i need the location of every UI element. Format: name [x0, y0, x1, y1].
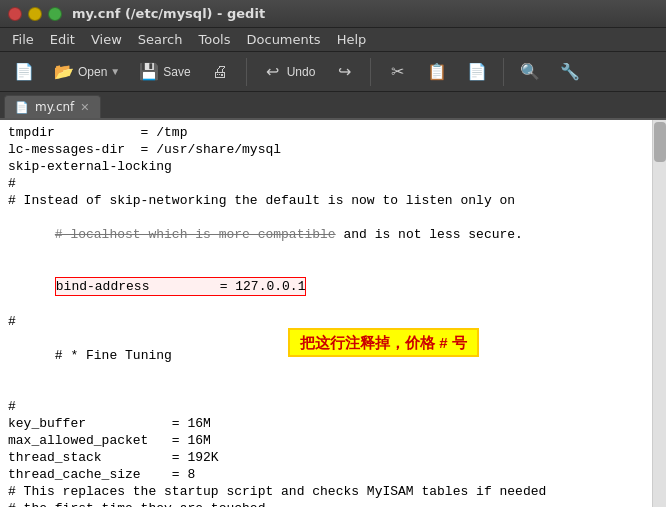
vertical-scrollbar[interactable]: [652, 120, 666, 507]
undo-button[interactable]: ↩ Undo: [255, 57, 323, 87]
menu-file[interactable]: File: [4, 30, 42, 49]
open-arrow-icon: ▼: [110, 66, 120, 77]
tab-close-icon[interactable]: ✕: [80, 101, 89, 114]
code-line: skip-external-locking: [8, 158, 644, 175]
scrollbar-thumb[interactable]: [654, 122, 666, 162]
search-icon: 🔍: [519, 61, 541, 83]
code-line-fine-tuning: # * Fine Tuning 把这行注释掉，价格 # 号: [8, 330, 644, 398]
menu-documents[interactable]: Documents: [239, 30, 329, 49]
window-controls[interactable]: [8, 7, 62, 21]
undo-label: Undo: [287, 65, 316, 79]
menu-view[interactable]: View: [83, 30, 130, 49]
code-area[interactable]: tmpdir = /tmp lc-messages-dir = /usr/sha…: [0, 120, 652, 507]
save-label: Save: [163, 65, 190, 79]
menu-search[interactable]: Search: [130, 30, 191, 49]
code-line: key_buffer = 16M: [8, 415, 644, 432]
editor: tmpdir = /tmp lc-messages-dir = /usr/sha…: [0, 120, 666, 507]
print-icon: 🖨: [209, 61, 231, 83]
tabbar: 📄 my.cnf ✕: [0, 92, 666, 120]
code-line: thread_cache_size = 8: [8, 466, 644, 483]
save-icon: 💾: [138, 61, 160, 83]
strikethrough-text: # localhost which is more compatible: [55, 227, 336, 242]
open-label: Open: [78, 65, 107, 79]
code-line-strikethrough: # localhost which is more compatible and…: [8, 209, 644, 260]
code-line: tmpdir = /tmp: [8, 124, 644, 141]
copy-button[interactable]: 📋: [419, 57, 455, 87]
separator-3: [503, 58, 504, 86]
paste-icon: 📄: [466, 61, 488, 83]
menu-edit[interactable]: Edit: [42, 30, 83, 49]
file-icon: 📄: [15, 101, 29, 114]
close-button[interactable]: [8, 7, 22, 21]
window-title: my.cnf (/etc/mysql) - gedit: [72, 6, 265, 21]
code-line: thread_stack = 192K: [8, 449, 644, 466]
normal-text: and is not less secure.: [336, 227, 523, 242]
paste-button[interactable]: 📄: [459, 57, 495, 87]
tools-icon: 🔧: [559, 61, 581, 83]
annotation-box: 把这行注释掉，价格 # 号: [288, 328, 479, 357]
menu-help[interactable]: Help: [329, 30, 375, 49]
titlebar: my.cnf (/etc/mysql) - gedit: [0, 0, 666, 28]
cut-button[interactable]: ✂: [379, 57, 415, 87]
open-icon: 📂: [53, 61, 75, 83]
menu-tools[interactable]: Tools: [190, 30, 238, 49]
redo-button[interactable]: ↪: [326, 57, 362, 87]
open-button[interactable]: 📂 Open ▼: [46, 57, 127, 87]
copy-icon: 📋: [426, 61, 448, 83]
new-icon: 📄: [13, 61, 35, 83]
tools2-button[interactable]: 🔧: [552, 57, 588, 87]
code-line: #: [8, 175, 644, 192]
minimize-button[interactable]: [28, 7, 42, 21]
save-button[interactable]: 💾 Save: [131, 57, 197, 87]
code-line: # Instead of skip-networking the default…: [8, 192, 644, 209]
find-button[interactable]: 🔍: [512, 57, 548, 87]
cut-icon: ✂: [386, 61, 408, 83]
redo-icon: ↪: [333, 61, 355, 83]
code-line: max_allowed_packet = 16M: [8, 432, 644, 449]
maximize-button[interactable]: [48, 7, 62, 21]
code-line: # This replaces the startup script and c…: [8, 483, 644, 500]
toolbar: 📄 📂 Open ▼ 💾 Save 🖨 ↩ Undo ↪ ✂ 📋 📄 🔍 🔧: [0, 52, 666, 92]
menubar: File Edit View Search Tools Documents He…: [0, 28, 666, 52]
highlighted-bind-address: bind-address = 127.0.0.1: [55, 277, 307, 296]
new-button[interactable]: 📄: [6, 57, 42, 87]
code-line: #: [8, 398, 644, 415]
undo-icon: ↩: [262, 61, 284, 83]
code-line: # the first time they are touched: [8, 500, 644, 507]
tab-label: my.cnf: [35, 100, 74, 114]
code-line-highlighted: bind-address = 127.0.0.1: [8, 260, 644, 313]
code-line: lc-messages-dir = /usr/share/mysql: [8, 141, 644, 158]
separator-2: [370, 58, 371, 86]
print-button[interactable]: 🖨: [202, 57, 238, 87]
separator-1: [246, 58, 247, 86]
tab-mycnf[interactable]: 📄 my.cnf ✕: [4, 95, 101, 118]
